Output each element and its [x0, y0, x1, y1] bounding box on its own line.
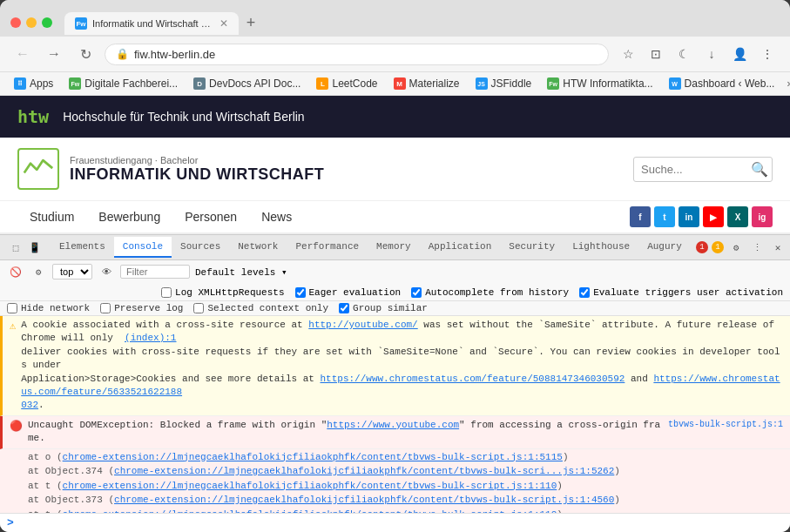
selected-context-option: Selected context only	[193, 303, 328, 313]
download-icon[interactable]: ↓	[699, 42, 724, 66]
bookmark-label: Dashboard ‹ Web...	[685, 77, 775, 90]
nav-item-studium[interactable]: Studium	[17, 201, 86, 232]
hide-network-checkbox[interactable]	[7, 303, 17, 313]
bookmark-star-icon[interactable]: ☆	[616, 42, 640, 66]
nav-item-personen[interactable]: Personen	[172, 201, 249, 232]
preserve-log-checkbox[interactable]	[100, 303, 111, 313]
youtube-icon[interactable]: ▶	[703, 206, 724, 227]
console-options: Hide network Preserve log Selected conte…	[0, 301, 790, 316]
bookmark-leetcode[interactable]: L LeetCode	[313, 76, 381, 91]
bookmark-label: LeetCode	[332, 77, 377, 90]
stack-link-2[interactable]: chrome-extension://lmjnegcaeklhafolokijc…	[114, 466, 614, 476]
error-youtube-link[interactable]: https://www.youtube.com	[327, 420, 459, 430]
bookmark-apps[interactable]: ⠿ Apps	[10, 76, 57, 91]
tab-augury[interactable]: Augury	[638, 237, 691, 258]
selected-context-checkbox[interactable]	[193, 303, 204, 313]
menu-icon[interactable]: ⋮	[755, 42, 780, 66]
warning-message-content: A cookie associated with a cross-site re…	[21, 319, 783, 413]
filter-input[interactable]	[120, 265, 190, 279]
tab-close-icon[interactable]: ✕	[219, 17, 228, 30]
stack-line-3: at t (chrome-extension://lmjnegcaeklhafo…	[28, 479, 783, 494]
tab-security[interactable]: Security	[500, 237, 564, 258]
chromestatus-link-3[interactable]: 032	[21, 400, 38, 410]
console-clear-icon[interactable]: 🚫	[7, 263, 24, 280]
devtools-more-icon[interactable]: ⋮	[748, 239, 766, 256]
tab-lighthouse[interactable]: Lighthouse	[564, 237, 638, 258]
autocomplete-checkbox[interactable]	[411, 287, 422, 298]
eye-icon[interactable]: 👁	[98, 263, 115, 280]
nav-item-bewerbung[interactable]: Bewerbung	[86, 201, 172, 232]
tab-application[interactable]: Application	[420, 237, 501, 258]
url-display: fiw.htw-berlin.de	[134, 48, 598, 61]
chromestatus-link-1[interactable]: https://www.chromestatus.com/feature/508…	[321, 374, 625, 384]
bookmark-dashboard[interactable]: W Dashboard ‹ Web...	[665, 76, 779, 91]
bookmark-devdocs[interactable]: D DevDocs API Doc...	[190, 76, 304, 91]
bookmark-materialize[interactable]: M Materialize	[390, 76, 463, 91]
error-source[interactable]: tbvws-bulk-script.js:1	[668, 419, 783, 431]
tab-elements[interactable]: Elements	[51, 237, 114, 258]
xing-icon[interactable]: X	[727, 206, 748, 227]
tab-memory[interactable]: Memory	[368, 237, 420, 258]
bookmark-jsfiddle[interactable]: JS JSFiddle	[472, 76, 536, 91]
tab-sources[interactable]: Sources	[172, 237, 229, 258]
devtools-panel-icons: ⬚ 📱	[3, 235, 47, 259]
bookmark-digitale[interactable]: Fw Digitale Fachberei...	[65, 76, 181, 91]
devtools-close-icon[interactable]: ✕	[769, 239, 787, 256]
bookmarks-more-button[interactable]: »	[787, 77, 790, 90]
night-mode-icon[interactable]: ☾	[672, 42, 696, 66]
back-button[interactable]: ←	[10, 42, 35, 66]
tabs-bar: Fw Informatik und Wirtschaft – Fri × ✕ +	[64, 10, 780, 35]
console-settings-icon[interactable]: ⚙	[30, 263, 47, 280]
cast-icon[interactable]: ⊡	[644, 42, 668, 66]
search-input[interactable]	[641, 163, 746, 176]
tab-network[interactable]: Network	[229, 237, 287, 258]
search-box[interactable]: 🔍	[633, 157, 773, 182]
minimize-button[interactable]	[26, 17, 37, 28]
stack-link-4[interactable]: chrome-extension://lmjnegcaeklhafolokijc…	[114, 495, 614, 505]
browser-tab[interactable]: Fw Informatik und Wirtschaft – Fri × ✕	[64, 12, 239, 35]
group-similar-checkbox[interactable]	[339, 303, 349, 313]
stack-line-2: at Object.374 (chrome-extension://lmjneg…	[28, 464, 783, 479]
log-xmlhttp-checkbox[interactable]	[161, 287, 172, 298]
youtube-link[interactable]: http://youtube.com/	[308, 320, 417, 330]
instagram-icon[interactable]: ig	[752, 206, 773, 227]
profile-icon[interactable]: 👤	[727, 42, 752, 66]
context-selector[interactable]: top	[52, 264, 92, 279]
address-bar[interactable]: 🔒 fiw.htw-berlin.de	[105, 44, 609, 65]
linkedin-icon[interactable]: in	[679, 206, 699, 227]
facebook-icon[interactable]: f	[630, 206, 651, 227]
stack-line-4: at Object.373 (chrome-extension://lmjneg…	[28, 493, 783, 508]
log-xmlhttp-label: Log XMLHttpRequests	[175, 287, 284, 298]
console-filter-right: Log XMLHttpRequests Eager evaluation Aut…	[161, 287, 783, 298]
console-input[interactable]	[19, 518, 783, 529]
website-content: htw Hochschule für Technik und Wirtschaf…	[0, 96, 790, 234]
new-tab-button[interactable]: +	[239, 10, 263, 35]
twitter-icon[interactable]: t	[654, 206, 675, 227]
devtools-mobile-icon[interactable]: 📱	[26, 239, 44, 256]
stack-link-1[interactable]: chrome-extension://lmjnegcaeklhafolokijc…	[63, 452, 563, 462]
console-message-warning: ⚠ A cookie associated with a cross-site …	[0, 316, 790, 416]
index-link[interactable]: (index):1	[125, 333, 176, 343]
autocomplete-label: Autocomplete from history	[425, 287, 569, 298]
eager-eval-checkbox[interactable]	[295, 287, 306, 298]
stack-link-3[interactable]: chrome-extension://lmjnegcaeklhafolokijc…	[63, 481, 557, 491]
maximize-button[interactable]	[42, 17, 52, 28]
forward-button[interactable]: →	[42, 42, 66, 66]
tab-console[interactable]: Console	[114, 237, 172, 258]
console-messages: ⚠ A cookie associated with a cross-site …	[0, 316, 790, 513]
htw-logo: htw	[17, 106, 49, 127]
options-left: Hide network Preserve log Selected conte…	[7, 303, 428, 313]
selected-context-label: Selected context only	[207, 303, 328, 313]
bookmark-htw[interactable]: Fw HTW Informatikta...	[544, 76, 656, 91]
nav-item-news[interactable]: News	[249, 201, 304, 232]
log-levels-dropdown[interactable]: Default levels ▾	[195, 266, 287, 278]
devtools-settings-icon[interactable]: ⚙	[727, 239, 745, 256]
evaluate-triggers-checkbox[interactable]	[579, 287, 590, 298]
close-button[interactable]	[10, 17, 21, 28]
eager-eval-option: Eager evaluation	[295, 287, 402, 298]
refresh-button[interactable]: ↻	[73, 42, 98, 66]
bookmark-favicon: ⠿	[14, 77, 26, 90]
tab-performance[interactable]: Performance	[287, 237, 368, 258]
nav-bar: ← → ↻ 🔒 fiw.htw-berlin.de ☆ ⊡ ☾ ↓ 👤 ⋮	[0, 37, 790, 72]
devtools-inspect-icon[interactable]: ⬚	[7, 239, 24, 256]
